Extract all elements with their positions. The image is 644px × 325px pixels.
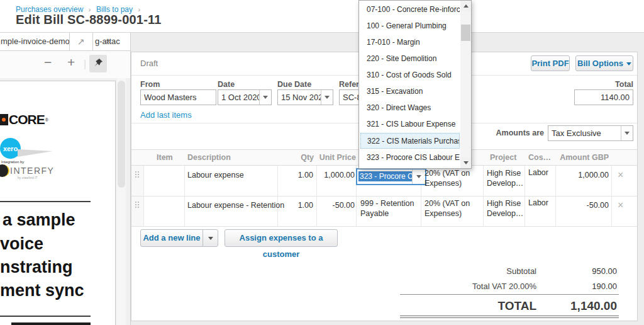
chevron-down-icon: [626, 62, 631, 66]
row1-amount: 1,000.00: [546, 171, 609, 180]
dropdown-option[interactable]: 320 - Direct Wages: [360, 100, 460, 116]
add-new-line-dropdown-button[interactable]: [203, 229, 218, 247]
add-last-items-link[interactable]: Add last items: [140, 110, 192, 120]
bill-options-label: Bill Options: [577, 59, 623, 68]
row2-tax-rate[interactable]: 20% (VAT on Expenses): [425, 198, 481, 219]
close-icon[interactable]: ×: [106, 33, 111, 50]
row-divider: [131, 196, 637, 197]
print-pdf-button[interactable]: Print PDF: [531, 55, 570, 71]
preview-table-bar: [11, 322, 91, 325]
zoom-out-button[interactable]: −: [44, 55, 52, 70]
col-project: Project: [490, 153, 516, 162]
row2-unit-price[interactable]: -50.00: [304, 201, 355, 210]
attachment-tabbar: mple-invoice-demo ↗ g-attac ×: [0, 33, 130, 51]
row1-remove-icon[interactable]: ×: [618, 169, 623, 181]
interfy-logo-icon: [0, 164, 9, 177]
pin-button[interactable]: [89, 55, 107, 72]
row2-account[interactable]: 999 - Retention Payable: [360, 198, 418, 219]
assign-expenses-button[interactable]: Assign expenses to a customer: [225, 229, 338, 247]
dropdown-option[interactable]: 315 - Excavation: [360, 84, 460, 100]
tab-invoice-file[interactable]: mple-invoice-demo: [0, 33, 70, 50]
dropdown-option[interactable]: 310 - Cost of Goods Sold: [360, 67, 460, 83]
col-amount: Amount GBP: [546, 153, 609, 162]
row1-tax-rate[interactable]: 20% (VAT on Expenses): [425, 168, 481, 188]
total-label: Total: [508, 80, 633, 89]
preview-text-line: a sample: [3, 210, 75, 230]
due-date-label: Due Date: [277, 80, 311, 89]
row1-account-combobox[interactable]: 323 - Procore CIS La: [356, 168, 426, 185]
page-title: Edit Bill SC-8899-001-11: [16, 13, 162, 27]
attachment-panel: mple-invoice-demo ↗ g-attac × − + | CORE: [0, 33, 131, 325]
preview-scrollbar[interactable]: [117, 78, 126, 325]
procore-logo: CORE ®: [0, 113, 48, 127]
scroll-up-icon[interactable]: [460, 1, 471, 11]
row-divider: [131, 226, 637, 227]
date-label: Date: [218, 80, 235, 89]
dropdown-option[interactable]: 321 - CIS Labour Expense: [360, 117, 460, 132]
tab-attachment-file[interactable]: g-attac ×: [93, 33, 132, 50]
date-dropdown-icon[interactable]: [259, 90, 271, 105]
row2-remove-icon[interactable]: ×: [618, 200, 623, 211]
chevron-down-icon: [208, 237, 213, 240]
divider: [0, 316, 91, 317]
dropdown-scrollbar[interactable]: [460, 1, 471, 168]
scroll-down-icon[interactable]: [460, 157, 471, 168]
bill-options-button[interactable]: Bill Options: [575, 55, 633, 71]
due-date-input[interactable]: 15 Nov 2020: [277, 89, 333, 105]
vat-value: 190.00: [491, 282, 617, 291]
due-date-dropdown-icon[interactable]: [321, 90, 333, 105]
dropdown-option[interactable]: 17-010 - Margin: [360, 35, 460, 50]
total-input[interactable]: [574, 89, 633, 105]
toolbar-divider: |: [84, 57, 86, 72]
col-unit-price: Unit Price: [306, 153, 356, 162]
preview-text-line: nstrating: [0, 258, 73, 277]
document-preview-area[interactable]: CORE ® xero Integration by INTERFY by cr…: [0, 78, 130, 325]
dropdown-option[interactable]: 100 - General Plumbing: [360, 18, 460, 34]
dropdown-option[interactable]: 220 - Site Demolition: [360, 51, 460, 67]
app-root: Purchases overview › Bills to pay › Edit…: [0, 0, 644, 325]
row1-account-dropdown-icon[interactable]: [412, 169, 425, 184]
open-external-icon[interactable]: ↗: [69, 33, 93, 50]
preview-scrollbar-thumb[interactable]: [118, 81, 125, 188]
dropdown-option[interactable]: 323 - Procore CIS Labour Expense: [360, 150, 460, 166]
row1-project[interactable]: High Rise Develop…: [487, 168, 523, 188]
drag-handle[interactable]: [135, 202, 136, 203]
row2-project[interactable]: High Rise Develop…: [487, 198, 523, 219]
dropdown-scrollbar-thumb[interactable]: [461, 25, 470, 41]
row1-description[interactable]: Labour expense: [187, 171, 244, 180]
preview-toolbar: − + |: [0, 51, 130, 79]
xero-logo-text: xero: [3, 145, 18, 152]
add-new-line-button[interactable]: Add a new line: [140, 229, 203, 247]
interfy-logo-text: INTERFY: [10, 166, 54, 176]
col-description: Description: [187, 153, 231, 162]
grand-total-value: 1,140.00: [491, 299, 617, 313]
totals-divider: [400, 294, 619, 295]
invoice-preview-page: CORE ® xero Integration by INTERFY by cr…: [0, 81, 116, 325]
procore-logo-text: CORE: [9, 112, 45, 127]
amounts-are-value: Tax Exclusive: [552, 128, 601, 138]
amounts-are-select[interactable]: Tax Exclusive: [548, 125, 633, 141]
amounts-are-dropdown-icon[interactable]: [621, 126, 633, 140]
col-item: Item: [157, 153, 173, 162]
integration-by-text: Integration by: [1, 160, 24, 164]
divider: [0, 201, 91, 202]
from-label: From: [140, 80, 160, 89]
procore-logo-o-icon: [0, 114, 8, 125]
row1-unit-price[interactable]: 1,000.00: [304, 171, 355, 180]
row2-amount: -50.00: [546, 201, 609, 210]
totals-double-line: [400, 316, 619, 316]
page-header: Purchases overview › Bills to pay › Edit…: [0, 0, 644, 33]
dropdown-option[interactable]: 07-100 - Concrete Re-inforcement: [360, 2, 460, 18]
account-dropdown-list: 07-100 - Concrete Re-inforcement 100 - G…: [358, 0, 472, 169]
dropdown-option-highlighted[interactable]: 322 - CIS Materials Purchased: [360, 133, 460, 149]
interfy-subtext: by crawford IT: [18, 176, 38, 180]
date-input[interactable]: 1 Oct 2020: [218, 89, 272, 105]
drag-handle[interactable]: [135, 171, 136, 173]
preview-text-line: ment sync: [0, 281, 84, 300]
subtotal-value: 950.00: [491, 266, 617, 276]
swoosh-graphic: [18, 149, 53, 157]
status-badge: Draft: [140, 59, 158, 68]
from-input[interactable]: [140, 89, 216, 105]
zoom-in-button[interactable]: +: [67, 55, 75, 70]
registered-mark: ®: [45, 118, 48, 122]
